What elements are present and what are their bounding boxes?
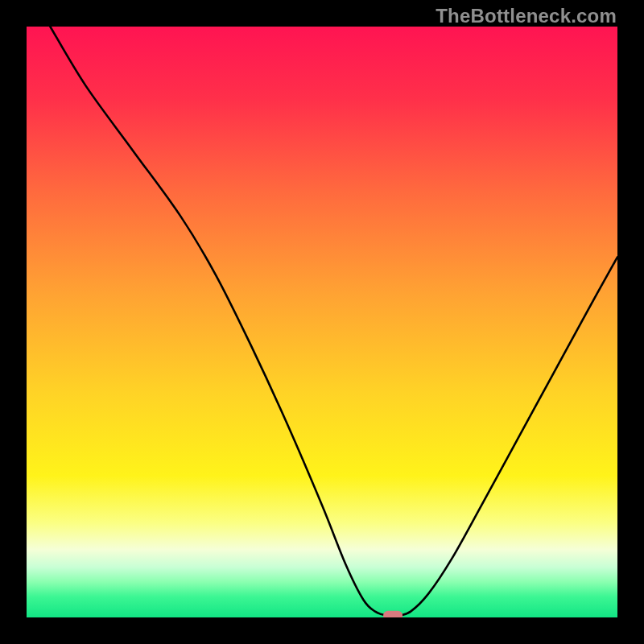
svg-rect-1 bbox=[383, 611, 402, 617]
chart-frame: TheBottleneck.com bbox=[0, 0, 644, 644]
plot-area bbox=[27, 27, 617, 617]
bottleneck-curve bbox=[27, 27, 617, 617]
watermark-text: TheBottleneck.com bbox=[436, 5, 617, 27]
